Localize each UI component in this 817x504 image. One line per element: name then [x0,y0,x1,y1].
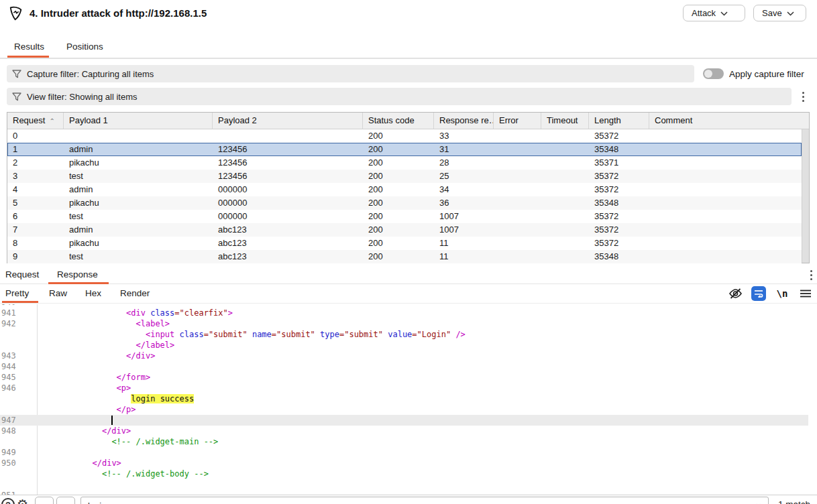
search-help-icon[interactable]: ? [1,498,15,504]
table-row[interactable]: 02003335372 [7,129,802,143]
code-token: </p> [117,405,136,414]
tab-response[interactable]: Response [57,269,98,279]
table-header-row: Request⌃Payload 1Payload 2Status codeRes… [7,113,809,129]
word-wrap-toggle-icon[interactable] [751,286,766,301]
table-cell: 6 [7,210,64,223]
tab-request[interactable]: Request [5,269,39,279]
table-cell [494,156,541,170]
line-content: </label> [39,340,808,351]
table-cell: 200 [363,170,434,183]
table-cell: 000000 [213,196,363,210]
table-cell: 200 [363,223,434,237]
table-cell [541,143,589,156]
table-row[interactable]: 3test1234562002535372 [7,170,802,183]
search-input[interactable]: login success × [80,497,769,504]
apply-capture-filter-toggle[interactable] [703,68,724,79]
view-filter-bar[interactable]: View filter: Showing all items [7,88,792,105]
line-number: 944 [1,361,35,372]
tab-results[interactable]: Results [14,42,44,52]
code-token [39,458,92,468]
column-header[interactable]: Error [494,113,541,129]
burp-attack-icon [9,5,23,21]
table-row[interactable]: 6test000000200100735372 [7,210,802,223]
table-cell: 35372 [589,183,649,196]
table-cell: 1 [7,143,64,156]
table-cell [64,129,213,143]
view-filter-label: View filter: Showing all items [27,92,138,102]
table-cell: 28 [434,156,494,170]
page-title: 4. Intruder attack of http://192.168.1.5 [30,7,207,19]
editor-menu-icon[interactable] [798,286,813,301]
column-header[interactable]: Length [589,113,649,129]
table-cell: 200 [363,210,434,223]
table-cell [541,250,589,263]
column-header[interactable]: Timeout [541,113,589,129]
line-content [39,415,808,426]
tab-pretty[interactable]: Pretty [5,288,29,298]
code-token [39,340,136,350]
view-filter-menu-icon[interactable] [802,92,805,102]
table-row[interactable]: 8pikachuabc1232001135372 [7,237,802,250]
save-button[interactable]: Save [753,5,806,21]
capture-filter-bar[interactable]: Capture filter: Capturing all items [7,65,694,82]
table-row[interactable]: 5pikachu0000002003635348 [7,196,802,210]
table-cell: abc123 [213,237,363,250]
code-token: ="submit" [272,330,320,339]
table-cell: 31 [434,143,494,156]
table-cell: admin [64,143,213,156]
table-cell [541,170,589,183]
table-cell [494,143,541,156]
code-line: 941 <div class="clearfix"> [0,308,808,318]
show-newlines-icon[interactable]: \n [775,286,789,301]
table-cell: 11 [434,237,494,250]
code-token [39,319,136,328]
table-cell: pikachu [64,156,213,170]
table-cell [649,170,802,183]
hide-nonprintable-icon[interactable] [728,286,743,301]
line-content: <p> [39,383,808,393]
tab-render[interactable]: Render [120,288,150,298]
table-cell: 2 [7,156,64,170]
column-header[interactable]: Payload 2 [213,113,363,129]
line-number: 945 [1,372,35,383]
code-token: ="submit" [204,330,252,339]
message-menu-icon[interactable] [810,270,813,280]
column-header[interactable]: Response re… [434,113,494,129]
filter-funnel-icon [12,92,21,101]
table-row[interactable]: 2pikachu1234562002835371 [7,156,802,170]
table-row[interactable]: 4admin0000002003435372 [7,183,802,196]
column-header[interactable]: Status code [363,113,434,129]
table-cell [649,223,802,237]
code-line: 945 </form> [0,372,808,383]
table-cell [649,183,802,196]
previous-match-button[interactable]: ← [35,497,54,504]
table-cell: 7 [7,223,64,237]
table-row[interactable]: 9testabc1232001135348 [7,250,802,263]
table-cell: 123456 [213,156,363,170]
clear-search-icon[interactable]: × [755,500,761,504]
code-token: <input [146,330,180,339]
search-bar: ? ⚙ ← → login success × 1 match [0,495,817,504]
table-row[interactable]: 7adminabc123200100735372 [7,223,802,237]
table-cell: 123456 [213,170,363,183]
next-match-button[interactable]: → [56,497,75,504]
tab-positions[interactable]: Positions [66,42,103,52]
response-code-editor[interactable]: 940941 <div class="clearfix">942 <label>… [0,304,808,495]
table-cell: 11 [434,250,494,263]
table-cell [649,196,802,210]
tab-raw[interactable]: Raw [49,288,67,298]
code-line: 950 </div> [0,458,808,468]
code-lines: 940941 <div class="clearfix">942 <label>… [0,304,808,495]
table-cell: 200 [363,156,434,170]
column-header[interactable]: Comment [649,113,809,129]
search-settings-gear-icon[interactable]: ⚙ [17,497,28,504]
column-header[interactable]: Payload 1 [64,113,213,129]
line-content: <label> [39,318,808,329]
attack-button[interactable]: Attack [683,5,745,21]
table-row[interactable]: 1admin1234562003135348 [7,143,802,156]
results-table: Request⌃Payload 1Payload 2Status codeRes… [7,112,810,263]
tab-hex[interactable]: Hex [85,288,101,298]
table-vertical-scrollbar[interactable] [802,129,809,263]
column-header[interactable]: Request⌃ [7,113,64,129]
chevron-down-icon [720,11,728,16]
